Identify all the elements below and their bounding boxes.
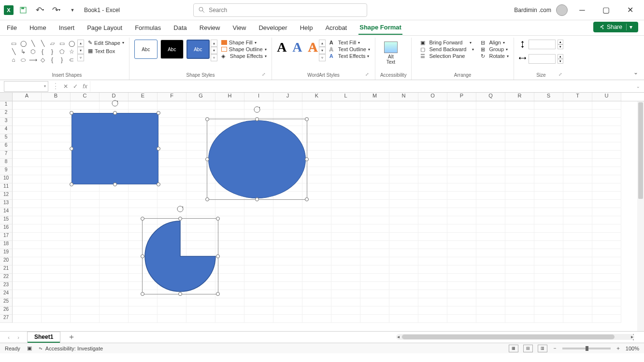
cell[interactable] bbox=[447, 282, 476, 290]
cell[interactable] bbox=[157, 306, 186, 315]
cell[interactable] bbox=[157, 151, 186, 159]
cell[interactable] bbox=[71, 200, 100, 208]
cell[interactable] bbox=[215, 216, 244, 224]
tab-review[interactable]: Review bbox=[199, 21, 221, 34]
send-backward-button[interactable]: ▢Send Backward ▾ bbox=[420, 46, 473, 52]
cell[interactable] bbox=[447, 257, 476, 265]
cell[interactable] bbox=[447, 265, 476, 274]
cell[interactable] bbox=[331, 159, 360, 167]
cell[interactable] bbox=[71, 315, 100, 323]
cell[interactable] bbox=[389, 183, 418, 192]
row-header[interactable]: 4 bbox=[0, 126, 13, 134]
text-fill-button[interactable]: AText Fill▾ bbox=[329, 40, 370, 45]
cell[interactable] bbox=[592, 265, 621, 274]
cell[interactable] bbox=[563, 282, 592, 290]
row-header[interactable]: 9 bbox=[0, 167, 13, 175]
cell[interactable] bbox=[157, 142, 186, 151]
bring-forward-button[interactable]: ▣Bring Forward ▾ bbox=[420, 40, 473, 45]
cell[interactable] bbox=[157, 126, 186, 134]
height-down[interactable]: ▾ bbox=[558, 44, 563, 49]
cell[interactable] bbox=[331, 265, 360, 274]
cell[interactable] bbox=[592, 151, 621, 159]
cell[interactable] bbox=[447, 110, 476, 118]
page-layout-view-button[interactable]: ▤ bbox=[523, 345, 533, 352]
cell[interactable] bbox=[592, 110, 621, 118]
pie-shape-selection[interactable] bbox=[142, 218, 218, 294]
cell[interactable] bbox=[100, 257, 129, 265]
qat-customize-button[interactable]: ▼ bbox=[66, 3, 79, 17]
cell[interactable] bbox=[100, 216, 129, 224]
cell[interactable] bbox=[418, 257, 447, 265]
cell[interactable] bbox=[534, 175, 563, 183]
cell[interactable] bbox=[563, 233, 592, 241]
cell[interactable] bbox=[13, 175, 42, 183]
cell[interactable] bbox=[389, 257, 418, 265]
cell[interactable] bbox=[42, 282, 71, 290]
cell[interactable] bbox=[592, 257, 621, 265]
cell[interactable] bbox=[563, 241, 592, 249]
cell[interactable] bbox=[215, 110, 244, 118]
cell[interactable] bbox=[476, 257, 505, 265]
cell[interactable] bbox=[71, 233, 100, 241]
cell[interactable] bbox=[302, 265, 331, 274]
cell[interactable] bbox=[100, 282, 129, 290]
wordart-preset-3[interactable]: A bbox=[308, 40, 318, 55]
column-header[interactable]: K bbox=[302, 93, 331, 101]
cell[interactable] bbox=[215, 265, 244, 274]
cell[interactable] bbox=[273, 101, 302, 110]
cell[interactable] bbox=[244, 315, 273, 323]
cell[interactable] bbox=[534, 142, 563, 151]
save-button[interactable] bbox=[16, 3, 30, 17]
sheet-tab-sheet1[interactable]: Sheet1 bbox=[27, 332, 60, 343]
resize-handle[interactable] bbox=[70, 182, 73, 186]
cell[interactable] bbox=[389, 192, 418, 200]
cell[interactable] bbox=[100, 241, 129, 249]
row-header[interactable]: 24 bbox=[0, 290, 13, 298]
cell[interactable] bbox=[592, 274, 621, 282]
cell[interactable] bbox=[476, 306, 505, 315]
cell[interactable] bbox=[186, 298, 215, 306]
row-header[interactable]: 5 bbox=[0, 134, 13, 142]
wordart-down[interactable]: ▾ bbox=[319, 47, 326, 54]
cell[interactable] bbox=[592, 200, 621, 208]
cell[interactable] bbox=[534, 167, 563, 175]
cell[interactable] bbox=[563, 175, 592, 183]
cell[interactable] bbox=[215, 101, 244, 110]
cell[interactable] bbox=[592, 183, 621, 192]
cell[interactable] bbox=[447, 142, 476, 151]
column-header[interactable]: I bbox=[244, 93, 273, 101]
cell[interactable] bbox=[360, 151, 389, 159]
cell[interactable] bbox=[13, 315, 42, 323]
cell[interactable] bbox=[100, 233, 129, 241]
cell[interactable] bbox=[331, 298, 360, 306]
cell[interactable] bbox=[389, 159, 418, 167]
cell[interactable] bbox=[71, 208, 100, 216]
cell[interactable] bbox=[505, 159, 534, 167]
cell[interactable] bbox=[447, 208, 476, 216]
cell[interactable] bbox=[592, 298, 621, 306]
column-header[interactable]: A bbox=[13, 93, 42, 101]
cell[interactable] bbox=[418, 216, 447, 224]
cell[interactable] bbox=[476, 183, 505, 192]
cell[interactable] bbox=[42, 315, 71, 323]
cell[interactable] bbox=[534, 233, 563, 241]
cell[interactable] bbox=[505, 274, 534, 282]
cell[interactable] bbox=[302, 208, 331, 216]
cell[interactable] bbox=[42, 183, 71, 192]
cell[interactable] bbox=[476, 249, 505, 257]
cell[interactable] bbox=[331, 216, 360, 224]
resize-handle[interactable] bbox=[305, 157, 309, 161]
cell[interactable] bbox=[360, 233, 389, 241]
styles-up[interactable]: ▴ bbox=[211, 40, 217, 47]
cell[interactable] bbox=[42, 306, 71, 315]
resize-handle[interactable] bbox=[113, 111, 117, 115]
cell[interactable] bbox=[331, 192, 360, 200]
shapes-gallery[interactable]: ▭◯╲╲▱▭◯ ╲↳⬡{}⬠☆ ⌂⬭⟶◇{}⊂ bbox=[10, 40, 75, 63]
cell[interactable] bbox=[360, 306, 389, 315]
cell[interactable] bbox=[505, 249, 534, 257]
cell[interactable] bbox=[505, 282, 534, 290]
cell[interactable] bbox=[13, 167, 42, 175]
cell[interactable] bbox=[592, 159, 621, 167]
cell[interactable] bbox=[302, 290, 331, 298]
tab-shape-format[interactable]: Shape Format bbox=[358, 21, 402, 35]
